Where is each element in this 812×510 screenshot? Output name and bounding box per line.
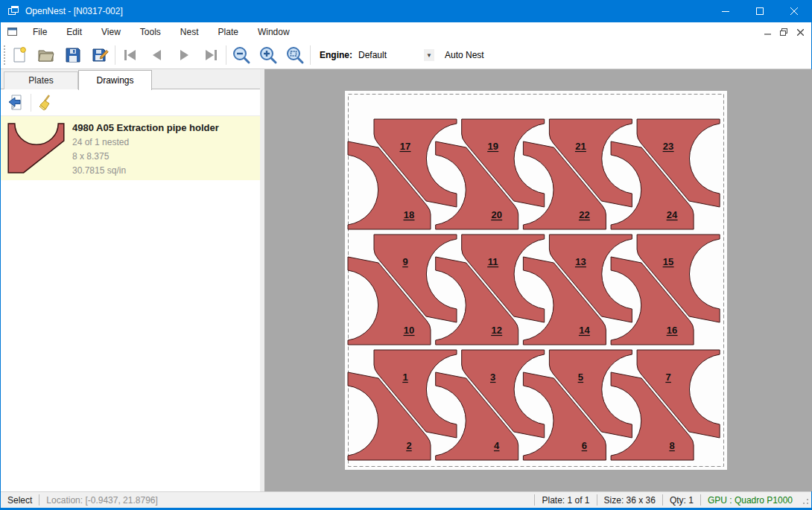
maximize-button[interactable] — [743, 0, 777, 22]
zoom-in-button[interactable] — [255, 44, 282, 66]
first-plate-button[interactable] — [117, 44, 144, 66]
clear-drawings-button[interactable] — [36, 92, 58, 113]
app-icon — [7, 5, 19, 17]
menu-item-edit[interactable]: Edit — [57, 22, 92, 42]
svg-text:24: 24 — [667, 209, 678, 220]
mdi-close-button[interactable] — [792, 25, 808, 39]
status-plate: Plate: 1 of 1 — [535, 495, 596, 506]
svg-text:14: 14 — [579, 325, 590, 336]
import-drawing-button[interactable] — [5, 92, 28, 113]
status-size: Size: 36 x 36 — [597, 495, 662, 506]
new-button[interactable] — [6, 44, 33, 66]
mdi-restore-button[interactable] — [775, 25, 792, 39]
menu-item-view[interactable]: View — [92, 22, 130, 42]
mdi-minimize-button[interactable] — [759, 25, 775, 39]
drawings-panel: 4980 A05 Extraction pipe holder 24 of 1 … — [1, 89, 260, 491]
auto-nest-label[interactable]: Auto Nest — [445, 50, 484, 60]
toolbar: Engine: Default ▼ Auto Nest — [1, 42, 811, 69]
svg-text:18: 18 — [404, 209, 414, 220]
svg-text:3: 3 — [490, 372, 495, 383]
svg-text:19: 19 — [487, 141, 498, 152]
drawing-title: 4980 A05 Extraction pipe holder — [72, 122, 219, 133]
menu-bar: FileEditViewToolsNestPlateWindow — [1, 22, 811, 42]
status-qty: Qty: 1 — [663, 495, 700, 506]
status-gpu: GPU : Quadro P1000 — [701, 495, 799, 506]
document-icon — [7, 27, 19, 37]
part-thumbnail — [1, 116, 72, 180]
engine-dropdown-arrow[interactable]: ▼ — [424, 49, 434, 61]
svg-text:8: 8 — [669, 440, 674, 451]
svg-text:12: 12 — [491, 325, 501, 336]
drawing-nested-count: 24 of 1 nested — [72, 137, 219, 147]
menu-item-plate[interactable]: Plate — [209, 22, 248, 42]
svg-text:7: 7 — [665, 372, 670, 383]
svg-text:2: 2 — [406, 440, 411, 451]
zoom-out-button[interactable] — [228, 44, 255, 66]
menu-item-tools[interactable]: Tools — [130, 22, 171, 42]
tab-plates[interactable]: Plates — [4, 71, 78, 89]
drawing-area: 30.7815 sq/in — [72, 165, 219, 176]
svg-text:20: 20 — [491, 209, 501, 220]
svg-text:9: 9 — [402, 256, 407, 267]
drawings-toolbar — [1, 89, 260, 116]
svg-text:4: 4 — [494, 440, 500, 451]
next-plate-button[interactable] — [171, 44, 197, 66]
svg-text:6: 6 — [582, 440, 587, 451]
menu-item-nest[interactable]: Nest — [171, 22, 209, 42]
menu-item-window[interactable]: Window — [248, 22, 299, 42]
save-button[interactable] — [60, 44, 86, 66]
last-plate-button[interactable] — [197, 44, 224, 66]
nesting-canvas[interactable]: 171819202122232491011121314151612345678 — [264, 69, 812, 491]
svg-text:22: 22 — [579, 209, 589, 220]
engine-select[interactable]: Default — [358, 50, 424, 60]
zoom-fit-button[interactable] — [282, 44, 308, 66]
status-mode: Select — [1, 495, 39, 506]
app-window: OpenNest - [N0317-002] FileEditViewTools… — [0, 0, 812, 510]
resize-grip[interactable] — [799, 495, 810, 506]
save-as-button[interactable] — [86, 44, 113, 66]
menu-item-file[interactable]: File — [23, 22, 57, 42]
close-button[interactable] — [777, 0, 811, 22]
window-title: OpenNest - [N0317-002] — [25, 6, 123, 16]
tab-drawings[interactable]: Drawings — [78, 70, 152, 90]
svg-text:16: 16 — [667, 325, 677, 336]
previous-plate-button[interactable] — [144, 44, 171, 66]
svg-text:5: 5 — [578, 372, 583, 383]
minimize-button[interactable] — [708, 0, 743, 22]
svg-text:1: 1 — [402, 372, 407, 383]
drawing-size: 8 x 8.375 — [72, 151, 219, 162]
status-bar: Select Location: [-0.9437, 21.8796] Plat… — [1, 491, 811, 508]
title-bar: OpenNest - [N0317-002] — [1, 0, 811, 22]
svg-text:11: 11 — [488, 256, 498, 267]
svg-text:13: 13 — [575, 256, 586, 267]
svg-text:23: 23 — [663, 141, 673, 152]
svg-text:21: 21 — [575, 141, 586, 152]
open-button[interactable] — [33, 44, 60, 66]
svg-text:10: 10 — [404, 325, 414, 336]
svg-text:17: 17 — [400, 141, 410, 152]
svg-text:15: 15 — [663, 256, 673, 267]
status-location: Location: [-0.9437, 21.8796] — [39, 495, 164, 506]
engine-label: Engine: — [320, 50, 352, 60]
drawing-list-item[interactable]: 4980 A05 Extraction pipe holder 24 of 1 … — [1, 116, 260, 180]
menu-items: FileEditViewToolsNestPlateWindow — [23, 22, 299, 42]
left-panel-tabs: Plates Drawings — [1, 69, 264, 89]
